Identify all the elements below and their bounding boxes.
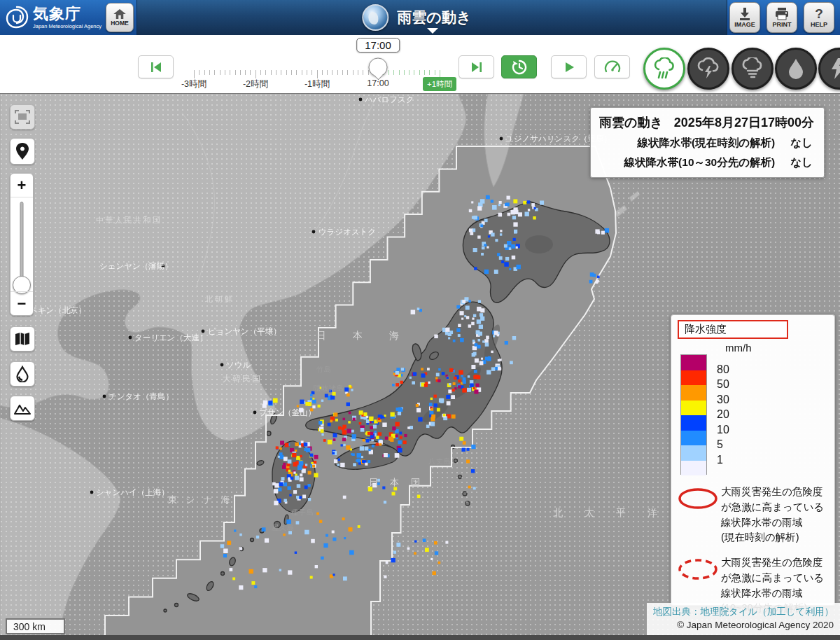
city-dot [90,491,94,494]
map-label: ソウル [226,361,251,369]
precip-color-bar [680,354,707,475]
brand-subtitle: Japan Meteorological Agency [33,24,102,29]
map-label: 東シナ海 [168,494,239,505]
radar-globe-icon [362,4,388,31]
analysis-info-panel: 雨雲の動き 2025年8月27日17時00分 線状降水帯(現在時刻の解析) なし… [590,107,825,178]
map-label: ウラジオストク [318,228,376,236]
map-label: ハバロフスク [364,95,414,104]
senjou-now-label: 線状降水帯(現在時刻の解析) [638,136,776,151]
tornado-cloud-icon [740,57,765,80]
map-label: ターリエン（大連） [134,333,208,342]
question-icon: ? [812,8,826,20]
attribution-source: 地図出典：地理院タイル（加工して利用） [653,605,834,619]
print-button[interactable]: PRINT [766,2,797,33]
time-slider-thumb[interactable] [369,58,388,77]
rain-cloud-icon [652,57,677,80]
lightning-icon [829,57,840,80]
skip-to-start-button[interactable] [138,55,174,78]
current-location-button[interactable] [10,138,35,165]
mode-lightning-button[interactable] [818,48,840,90]
page-title: 雨雲の動き [397,8,471,27]
home-icon [113,9,126,19]
page-title-group[interactable]: 雨雲の動き [362,0,471,35]
map-label: 竹島 [316,366,332,373]
help-button[interactable]: ? HELP [804,2,834,33]
print-label: PRINT [773,21,792,28]
rain-layer-button[interactable] [10,361,35,387]
header-actions: IMAGE PRINT ? HELP [727,0,840,35]
tick-label: -3時間 [181,78,206,90]
zoom-in-button[interactable]: + [10,174,33,197]
legend-title-button[interactable]: 降水強度 [678,320,788,339]
solid-ellipse-icon [678,485,721,513]
skip-end-icon [470,61,484,74]
timeline-controls: 17:00 -3時間-2時間-1時間17:00 +1時間 [0,35,840,93]
chevron-down-icon[interactable] [427,28,438,34]
threshold-label: 50 [717,378,729,391]
future-hour-badge: +1時間 [423,77,456,91]
senjou-future-value: なし [790,155,813,170]
location-pin-icon [15,143,29,160]
threshold-label: 80 [717,363,729,376]
raindrop-outline-icon [15,366,29,382]
city-dot [202,330,205,333]
image-button[interactable]: IMAGE [729,2,760,33]
terrain-layer-button[interactable] [10,396,35,421]
threshold-label: 30 [717,394,729,406]
threshold-label: 1 [717,454,723,466]
map-label: ピョンヤン（平壌） [208,327,281,335]
map-attribution: 地図出典：地理院タイル（加工して利用） © Japan Meteorologic… [647,603,840,635]
attribution-copyright: © Japan Meteorological Agency 2020 [653,618,834,632]
map-label: シャンハイ（上海） [96,488,169,496]
frame-capture-icon [15,110,30,124]
map-label: 隠岐諸島 [314,384,344,392]
skip-to-end-button[interactable] [458,55,494,78]
city-dot [359,98,363,102]
info-heading: 雨雲の動き [599,114,663,131]
jma-logo-icon [3,4,31,32]
home-label: HOME [111,20,129,27]
playback-speed-button[interactable] [594,55,630,78]
mode-rain-cloud-button[interactable] [643,48,685,90]
city-dot [129,336,132,340]
mode-thunder-button[interactable] [687,48,729,90]
brand-title: 気象庁 [33,6,102,22]
map-bottom-edge [0,635,840,640]
map[interactable]: 日本海日本国東シナ海北太平洋中華人民共和国北朝鮮大韓民国ハバロフスクユジノサハリ… [0,93,840,640]
map-label: 八丈島 [428,457,451,465]
map-label: チンタオ（青島） [108,392,174,401]
speed-gauge-icon [604,60,621,74]
legend-unit: mm/h [725,342,828,354]
map-label: ペキン（北京） [29,306,86,314]
skip-start-icon [149,61,163,74]
clock-refresh-icon [512,60,527,75]
zoom-control: + − [10,173,34,316]
threshold-label: 10 [717,424,729,436]
senjou-now-value: なし [790,136,813,151]
latest-time-button[interactable] [501,55,537,78]
mode-tornado-button[interactable] [732,48,774,90]
droplet-icon [785,57,806,80]
jma-brand[interactable]: 気象庁 Japan Meteorological Agency HOME [0,0,137,35]
basemap-button[interactable] [10,326,35,352]
mode-precipitation-button[interactable] [775,48,817,90]
info-datetime: 2025年8月27日17時00分 [674,114,814,131]
city-dot [500,137,503,141]
home-button[interactable]: HOME [106,3,134,32]
screenshot-button[interactable] [10,104,35,130]
legend-panel: 降水強度 mm/h 805030201051 大雨災害発生の危険度が急激に高まっ… [671,314,835,606]
precip-scale: 805030201051 [680,354,828,475]
printer-icon [775,8,789,20]
zoom-out-button[interactable]: − [10,291,33,315]
map-label: 大韓民国 [223,374,262,384]
city-dot [220,363,224,367]
app-header: 気象庁 Japan Meteorological Agency HOME 雨雲の… [0,0,840,35]
dashed-ellipse-icon [678,555,721,583]
thunder-cloud-icon [696,57,721,80]
tick-label: -1時間 [304,78,330,90]
map-label: 北太平洋 [553,507,679,518]
help-label: HELP [811,21,827,28]
play-button[interactable] [551,55,587,78]
map-label: プサン（釜山） [259,408,316,417]
map-scale-bar: 300 km [6,618,65,634]
